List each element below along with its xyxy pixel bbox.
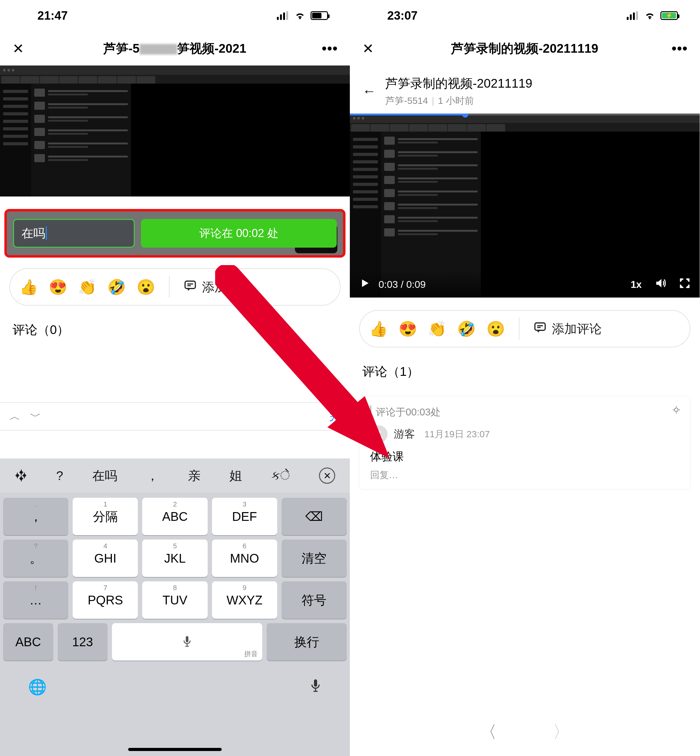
pager: 〈 〉: [350, 721, 700, 743]
close-icon[interactable]: ✕: [362, 41, 378, 56]
video-player[interactable]: 0:03 / 0:09 1x: [350, 114, 700, 297]
video-title: 芦笋录制的视频-20211119: [385, 75, 532, 92]
emoji-bar: 👍 😍 👏 🤣 😮 添加评论: [9, 268, 341, 306]
page-title: 芦笋录制的视频-20211119: [378, 40, 672, 57]
num-key[interactable]: 123: [58, 623, 108, 661]
comment-input[interactable]: 在吗: [13, 219, 135, 247]
video-progress[interactable]: [350, 114, 700, 116]
prediction-item[interactable]: 姐: [230, 467, 242, 484]
key[interactable]: 8TUV: [142, 581, 207, 619]
dictate-icon[interactable]: [309, 678, 322, 695]
prediction-item[interactable]: ?: [56, 469, 63, 483]
battery-icon: [311, 11, 328, 20]
comments-count: 评论（1）: [350, 347, 700, 390]
clear-key[interactable]: 清空: [281, 540, 347, 577]
key[interactable]: 1分隔: [73, 498, 138, 535]
home-indicator: [128, 748, 222, 751]
svg-rect-1: [186, 636, 189, 642]
svg-point-4: [675, 408, 678, 412]
emoji-wow[interactable]: 😮: [486, 320, 505, 338]
comment-icon: [533, 321, 547, 337]
emoji-thumbs-up[interactable]: 👍: [369, 320, 388, 338]
key[interactable]: 5JKL: [142, 540, 207, 577]
page-title: 芦笋-5笋视频-2021: [28, 40, 322, 57]
key[interactable]: 6MNO: [212, 540, 277, 577]
emoji-clap[interactable]: 👏: [78, 278, 97, 296]
kbd-up-icon[interactable]: ︿: [9, 409, 20, 424]
key[interactable]: 3DEF: [212, 498, 277, 535]
status-icons: ⚡: [627, 9, 678, 22]
add-comment-button[interactable]: 添加评论: [183, 279, 252, 296]
clock: 21:47: [38, 9, 68, 22]
video-time: 0:03 / 0:09: [378, 279, 426, 290]
key[interactable]: .，: [3, 498, 68, 535]
keyboard-bottom-bar: 🌐: [3, 665, 347, 709]
emoji-rofl[interactable]: 🤣: [457, 320, 476, 338]
backspace-key[interactable]: ⌫: [281, 498, 347, 535]
emoji-bar: 👍 😍 👏 🤣 😮 添加评论: [359, 310, 690, 347]
close-icon[interactable]: ✕: [12, 41, 28, 56]
speed-button[interactable]: 1x: [630, 279, 642, 290]
volume-icon[interactable]: [654, 277, 667, 292]
comment-icon: [183, 279, 197, 295]
svg-rect-0: [185, 281, 195, 288]
nav-bar: ✕ 芦笋-5笋视频-2021 •••: [0, 31, 350, 66]
key[interactable]: 2ABC: [142, 498, 207, 535]
space-key[interactable]: 拼音: [112, 623, 262, 661]
locate-icon[interactable]: [672, 405, 681, 415]
back-icon[interactable]: ←: [362, 83, 376, 99]
divider: [169, 276, 170, 298]
comment-body: 体验课: [370, 449, 680, 464]
more-icon[interactable]: •••: [672, 41, 687, 56]
prediction-delete-icon[interactable]: ✕: [319, 468, 335, 484]
divider: [519, 318, 519, 340]
submit-comment-button[interactable]: 评论在 00:02 处: [141, 219, 337, 247]
more-icon[interactable]: •••: [322, 41, 338, 56]
svg-point-5: [377, 431, 380, 434]
emoji-heart-eyes[interactable]: 😍: [398, 320, 417, 338]
key[interactable]: 7PQRS: [73, 581, 138, 619]
abc-key[interactable]: ABC: [3, 623, 53, 661]
keyboard: .， 1分隔 2ABC 3DEF ⌫ ?。 4GHI 5JKL 6MNO 清空 …: [0, 493, 350, 756]
prediction-item[interactable]: ，: [146, 467, 159, 484]
key[interactable]: !…: [3, 581, 68, 619]
fullscreen-icon[interactable]: [679, 277, 690, 291]
symbol-key[interactable]: 符号: [281, 581, 347, 619]
nav-bar: ✕ 芦笋录制的视频-20211119 •••: [350, 31, 700, 66]
prediction-item[interactable]: ᠅: [15, 469, 27, 483]
phone-right: 23:07 ⚡ ✕ 芦笋录制的视频-20211119 ••• ← 芦笋录制的视频…: [350, 0, 700, 756]
prediction-item[interactable]: કे: [271, 468, 290, 483]
comments-count: 评论（0）: [0, 306, 350, 348]
keyboard-accessory: ︿ ﹀ 完: [0, 402, 350, 430]
emoji-wow[interactable]: 😮: [137, 278, 155, 296]
emoji-heart-eyes[interactable]: 😍: [48, 278, 67, 296]
key[interactable]: ?。: [3, 540, 68, 577]
avatar-icon: [370, 426, 388, 443]
reply-button[interactable]: 回复…: [370, 469, 680, 482]
prediction-item[interactable]: 在吗: [92, 467, 117, 484]
emoji-thumbs-up[interactable]: 👍: [19, 278, 38, 296]
video-subheader: ← 芦笋录制的视频-20211119 芦笋-5514|1 小时前: [350, 66, 700, 114]
comment-card[interactable]: 评论于00:03处 游客 11月19日 23:07 体验课 回复…: [359, 396, 690, 489]
play-icon[interactable]: [359, 277, 370, 291]
battery-charging-icon: ⚡: [660, 11, 678, 20]
key[interactable]: 9WXYZ: [212, 581, 277, 619]
phone-left: 21:47 ✕ 芦笋-5笋视频-2021 •••: [0, 0, 350, 756]
video-thumbnail[interactable]: [0, 66, 350, 197]
svg-rect-3: [535, 323, 545, 330]
emoji-rofl[interactable]: 🤣: [107, 278, 126, 296]
comment-input-highlight: 在吗 评论在 00:02 处: [5, 209, 345, 258]
key[interactable]: 4GHI: [73, 540, 138, 577]
kbd-down-icon[interactable]: ﹀: [30, 409, 41, 424]
kbd-done-button[interactable]: 完: [329, 409, 341, 424]
return-key[interactable]: 换行: [267, 623, 347, 661]
prediction-item[interactable]: 亲: [188, 467, 200, 484]
emoji-clap[interactable]: 👏: [428, 320, 447, 338]
add-comment-button[interactable]: 添加评论: [533, 320, 602, 338]
globe-icon[interactable]: 🌐: [28, 678, 47, 696]
comment-timestamp-ref: 评论于00:03处: [370, 405, 680, 419]
prev-page-icon[interactable]: 〈: [480, 721, 497, 743]
clock: 23:07: [387, 9, 417, 22]
next-page-icon[interactable]: 〉: [553, 721, 570, 743]
comment-username: 游客: [394, 427, 415, 441]
